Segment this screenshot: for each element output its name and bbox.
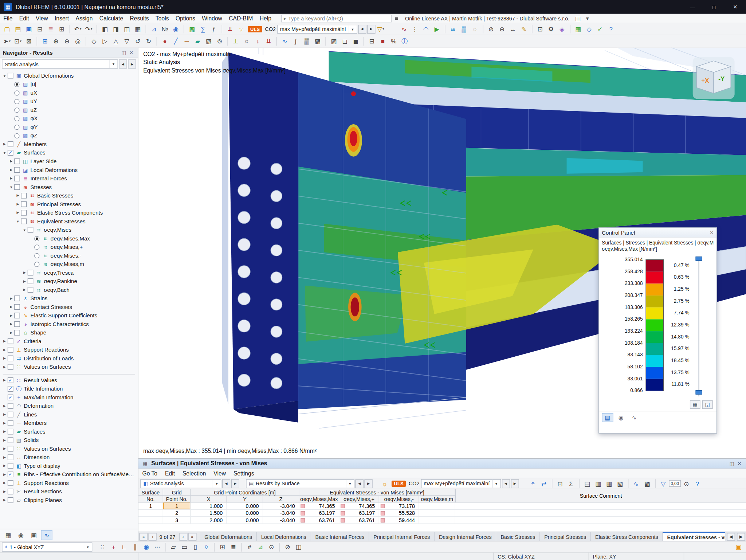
clipping-box-icon[interactable]: ⊘ (282, 542, 293, 552)
checkbox[interactable] (21, 210, 27, 216)
results-table[interactable]: Surface Grid Grid Point Coordinates [m] … (138, 489, 746, 532)
cell-sigma-s1[interactable]: 63.761 (299, 517, 339, 523)
next-page-button[interactable]: › (179, 533, 187, 540)
radio-button[interactable] (14, 107, 19, 113)
tree-item[interactable]: ✓±Max/Min Information (0, 393, 138, 402)
table-view-1-icon[interactable]: ▤ (582, 478, 593, 489)
table-tab-global-deformations[interactable]: Global Deformations (200, 532, 257, 541)
expand-icon[interactable]: ▶ (1, 447, 8, 450)
cell-sigma-s1[interactable]: 74.365 (299, 502, 339, 509)
ifc-export-icon[interactable]: ◇ (584, 24, 594, 34)
panel-filter-tab[interactable]: ∿ (628, 413, 640, 422)
stop-icon[interactable]: ■ (377, 36, 388, 47)
menu-file[interactable]: File (0, 14, 16, 23)
print-icon[interactable]: ⊟ (34, 24, 45, 34)
tree-item[interactable]: ▼▣Global Deformations (0, 71, 138, 80)
tree-item[interactable]: ▶✂Result Sections (0, 487, 138, 496)
collapse-icon[interactable]: ▼ (1, 74, 8, 77)
checkbox[interactable]: ✓ (8, 386, 13, 392)
tree-item[interactable]: ▶↔Dimension (0, 453, 138, 462)
tree-item[interactable]: ▶≋Principal Stresses (0, 200, 138, 209)
cell-sigma-s3[interactable]: 55.528 (379, 510, 419, 516)
zoom-out-icon[interactable]: ⊖ (61, 36, 72, 47)
tree-item[interactable]: ▶∿Elastic Support Coefficients (0, 311, 138, 320)
select-icon[interactable]: ⊡▾ (12, 36, 23, 47)
panel-color-scale-tab[interactable]: ▤ (602, 413, 613, 422)
zoom-in-icon[interactable]: ⊕ (50, 36, 61, 47)
cell-x[interactable]: 1.500 (191, 510, 227, 516)
scale-range-slider[interactable] (696, 256, 702, 396)
view-y-icon[interactable]: △ (110, 36, 121, 47)
table-view-3-icon[interactable]: ▦ (604, 478, 615, 489)
table-tab-principal-internal-forces[interactable]: Principal Internal Forces (369, 532, 435, 541)
tree-item[interactable]: ▼≋σeqv,Mises (0, 226, 138, 234)
last-page-button[interactable]: » (188, 533, 196, 540)
expand-icon[interactable]: ▶ (1, 348, 8, 352)
collapse-icon[interactable]: ▼ (8, 185, 14, 189)
fe-mesh-icon[interactable]: ▩ (312, 36, 323, 47)
checkbox[interactable]: ✓ (8, 395, 13, 400)
control-panel-title-bar[interactable]: Control Panel ✕ (599, 228, 716, 238)
info-icon[interactable]: ⓘ (399, 36, 410, 47)
origin-icon[interactable]: ⊙ (266, 542, 277, 552)
checkbox[interactable] (14, 330, 20, 336)
cell-surface-comment[interactable] (455, 517, 746, 523)
menu-options[interactable]: Options (172, 14, 199, 23)
sync-selection-icon[interactable]: ⇄ (538, 478, 549, 489)
load-case-prev-button[interactable]: ◀ (502, 479, 510, 488)
table-help-icon[interactable]: ? (692, 478, 703, 489)
search-options-icon[interactable]: ≡ (392, 15, 401, 21)
navigator-prev-button[interactable]: ◀ (119, 59, 127, 68)
tree-item[interactable]: ▶✓Criteria (0, 337, 138, 346)
grid-toggle-icon[interactable]: ∷ (97, 542, 108, 552)
excel-export-icon[interactable]: ▦ (573, 24, 584, 34)
tables-toggle-icon[interactable]: ▦ (132, 24, 143, 34)
tree-item[interactable]: ▨φY (0, 123, 138, 132)
ortho-icon[interactable]: ∟ (119, 542, 130, 552)
expand-icon[interactable]: ▶ (1, 356, 8, 360)
radio-button[interactable] (14, 116, 19, 121)
new-model-icon[interactable]: ▢ (1, 24, 12, 34)
table-tab-elastic-stress-components[interactable]: Elastic Stress Components (591, 532, 663, 541)
previous-load-case-button[interactable]: ◀ (358, 24, 366, 34)
panel-factors-tab[interactable]: ◉ (615, 413, 627, 422)
menu-cad-bim[interactable]: CAD-BIM (225, 14, 256, 23)
navigator-next-button[interactable]: ▶ (128, 59, 136, 68)
coordinate-system-combo[interactable]: ⌖ 1 - Global XYZ ▼ (2, 543, 92, 552)
tree-item[interactable]: ▶∷Values on Surfaces (0, 363, 138, 371)
tree-item[interactable]: ▶⊥Support Reactions (0, 345, 138, 354)
cell-sigma-s3[interactable]: 73.178 (379, 502, 419, 509)
expand-icon[interactable]: ▶ (1, 430, 8, 433)
visual-objects-icon[interactable]: ◫ (293, 542, 304, 552)
expand-icon[interactable]: ▶ (1, 481, 8, 485)
line-icon[interactable]: ╱ (170, 36, 181, 47)
cell-y[interactable]: 0.000 (227, 517, 263, 523)
expand-icon[interactable]: ▶ (1, 498, 8, 502)
tree-item[interactable]: ▶╱Lines (0, 410, 138, 419)
redo-icon[interactable]: ↷▾ (83, 24, 94, 34)
radio-button[interactable] (34, 262, 39, 267)
results-by-next-button[interactable]: ▶ (364, 479, 372, 488)
tree-item[interactable]: ▶≋Elastic Stress Components (0, 208, 138, 217)
expand-icon[interactable]: ▶ (8, 305, 14, 309)
tree-item[interactable]: ▶εStrains (0, 294, 138, 303)
tree-item[interactable]: ▶⇉Distribution of Loads (0, 354, 138, 363)
load-case-combo[interactable]: max My+předpětí maximální ▼ (277, 24, 357, 34)
table-view-2-icon[interactable]: ▥ (593, 478, 604, 489)
checkbox[interactable] (14, 167, 20, 173)
cell-z[interactable]: -3.040 (263, 502, 299, 509)
results-by-combo[interactable]: ▤ Results by Surface ▼ (246, 479, 354, 488)
navigator-toggle-icon[interactable]: ◫ (121, 24, 132, 34)
expand-icon[interactable]: ▶ (8, 322, 14, 326)
scale-max-handle[interactable] (696, 256, 702, 261)
model-viewport[interactable]: CO2 - max My+předpětí maximální Static A… (138, 48, 746, 458)
cell-sigma-s2[interactable]: 63.761 (339, 517, 379, 523)
checkbox[interactable] (21, 219, 27, 224)
next-view-icon[interactable]: ↻ (143, 36, 154, 47)
cell-surface-no[interactable] (138, 510, 163, 516)
collapse-icon[interactable]: ▼ (21, 228, 28, 231)
smooth-contours-icon[interactable]: ▒ (301, 36, 312, 47)
tree-item[interactable]: ▨uZ (0, 106, 138, 114)
menu-edit[interactable]: Edit (16, 14, 32, 23)
tree-item[interactable]: ▶∷Values on Surfaces (0, 445, 138, 453)
